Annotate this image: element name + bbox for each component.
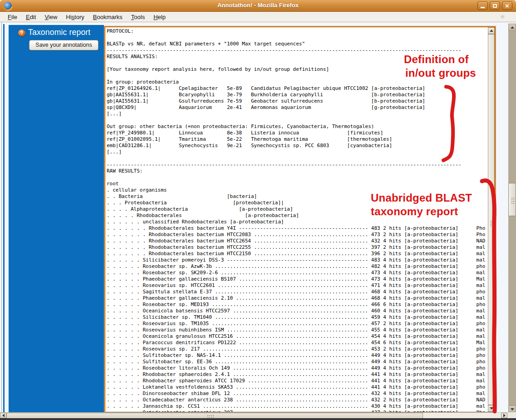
close-icon: ×	[505, 2, 509, 9]
save-annotations-button[interactable]: Save your annotations	[29, 40, 98, 50]
window-controls: ×	[477, 1, 512, 10]
minimize-button[interactable]	[477, 1, 488, 10]
help-icon[interactable]: ?	[18, 30, 25, 36]
page-scrollbar-thumb[interactable]	[508, 183, 516, 216]
left-divider	[1, 22, 2, 413]
window-title: Annotathon! - Mozilla Firefox	[0, 2, 516, 9]
menu-item-edit[interactable]: Edit	[24, 13, 38, 21]
page-horizontal-scrollbar[interactable]	[0, 412, 508, 418]
sidebar-heading: Taxonomic report	[28, 28, 90, 37]
textarea-vertical-scrollbar[interactable]	[488, 27, 495, 412]
throbber-icon: ✳	[500, 13, 505, 20]
maximize-button[interactable]	[490, 1, 500, 10]
menu-item-history[interactable]: History	[64, 13, 86, 21]
textarea-scrollbar-thumb[interactable]	[488, 34, 495, 405]
down-arrow-icon	[490, 407, 493, 411]
report-textarea[interactable]: PROTOCOL: BLASTp vs NR, defaut NCBI para…	[104, 26, 496, 413]
menu-item-file[interactable]: File	[5, 13, 20, 21]
up-arrow-icon	[511, 25, 514, 29]
report-text[interactable]: PROTOCOL: BLASTp vs NR, defaut NCBI para…	[105, 27, 488, 412]
annotation-note-blast-line1: Unabridged BLAST	[371, 191, 472, 205]
page-scroll-right-button[interactable]	[501, 413, 507, 418]
title-bar[interactable]: Annotathon! - Mozilla Firefox ×	[0, 0, 516, 12]
down-arrow-icon	[511, 408, 514, 412]
left-arrow-icon	[0, 414, 5, 417]
menu-bar: FileEditViewHistoryBookmarksToolsHelp ✳	[0, 12, 516, 22]
grippy-icon	[490, 220, 493, 227]
right-arrow-icon	[503, 414, 507, 417]
page-scroll-up-button[interactable]	[508, 24, 516, 31]
grippy-icon	[511, 197, 515, 204]
annotation-note-blast-line2: taxonomy report	[371, 205, 458, 218]
close-button[interactable]: ×	[502, 1, 512, 10]
menu-item-help[interactable]: Help	[151, 13, 168, 21]
sidebar: ? Taxonomic report Save your annotations	[9, 25, 104, 412]
firefox-window: Annotathon! - Mozilla Firefox × FileEdit…	[0, 0, 516, 420]
annotation-note-inout-line2: in/out groups	[405, 66, 476, 80]
menu-item-tools[interactable]: Tools	[129, 13, 147, 21]
textarea-scroll-up-button[interactable]	[488, 27, 495, 34]
page-vertical-scrollbar[interactable]	[508, 24, 516, 413]
up-arrow-icon	[490, 28, 493, 32]
page-scroll-left-button[interactable]	[0, 413, 6, 418]
menu-items: FileEditViewHistoryBookmarksToolsHelp	[5, 13, 168, 21]
maximize-icon	[493, 4, 497, 8]
annotation-note-inout-line1: Definition of	[404, 53, 469, 66]
minimize-icon	[481, 7, 485, 8]
window-bottom-edge	[0, 418, 516, 420]
grippy-icon	[206, 414, 214, 418]
page-scroll-down-button[interactable]	[508, 405, 516, 413]
menu-item-bookmarks[interactable]: Bookmarks	[91, 13, 125, 21]
scrollbar-corner	[508, 412, 516, 418]
left-blue-stripe	[3, 24, 5, 412]
menu-item-view[interactable]: View	[42, 13, 59, 21]
textarea-scroll-down-button[interactable]	[488, 405, 495, 412]
